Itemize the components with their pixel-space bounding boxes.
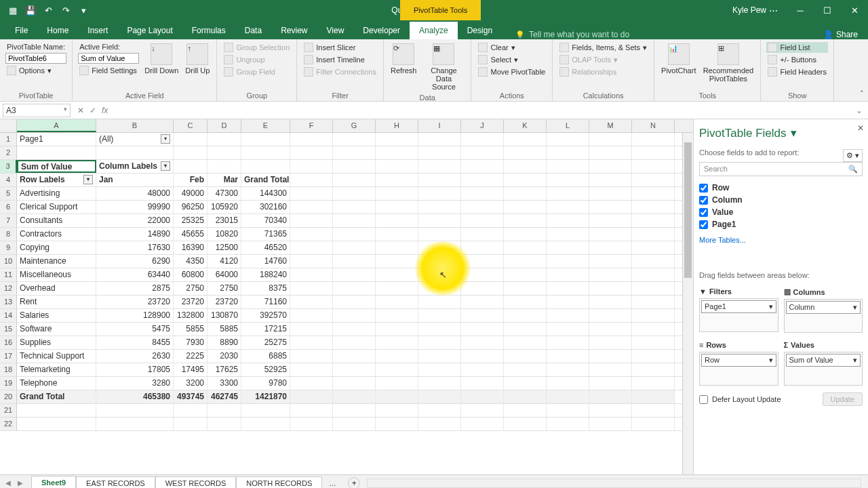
sheet-tab-east[interactable]: EAST RECORDS [76, 476, 155, 489]
cell[interactable] [632, 133, 675, 146]
cell[interactable] [632, 363, 675, 376]
redo-icon[interactable]: ↷ [60, 4, 72, 16]
cell[interactable] [290, 350, 333, 363]
cell[interactable] [632, 228, 675, 241]
filter-dropdown-icon[interactable]: ▾ [161, 161, 170, 171]
cell[interactable]: Feb [174, 174, 208, 186]
cell[interactable] [547, 187, 589, 200]
cell[interactable] [461, 255, 504, 268]
cell[interactable] [504, 174, 547, 186]
row-header[interactable]: 20 [0, 390, 17, 403]
cell[interactable] [376, 377, 418, 390]
field-column[interactable]: Column [699, 194, 863, 206]
fields-items-sets-button[interactable]: Fields, Items, & Sets ▾ [558, 42, 648, 53]
cell[interactable] [17, 146, 96, 159]
cell[interactable] [376, 214, 418, 227]
cell[interactable] [589, 418, 632, 430]
cell[interactable]: 23015 [208, 214, 241, 227]
cell[interactable] [504, 404, 547, 417]
cell[interactable] [589, 133, 632, 146]
cell[interactable] [504, 187, 547, 200]
cell[interactable]: Telemarketing [17, 363, 96, 376]
close-pane-icon[interactable]: ✕ [857, 123, 864, 133]
cell[interactable] [547, 309, 589, 322]
row-header[interactable]: 15 [0, 323, 17, 336]
cell[interactable] [96, 418, 174, 430]
cell[interactable] [376, 174, 418, 186]
cell[interactable] [632, 296, 675, 308]
cell[interactable] [547, 160, 589, 173]
cell[interactable]: Grand Total [17, 390, 96, 403]
cell[interactable] [208, 146, 241, 159]
cell[interactable]: 48000 [96, 187, 174, 200]
cell[interactable]: (All)▾ [96, 133, 174, 146]
cell[interactable] [333, 174, 376, 186]
cell[interactable] [589, 323, 632, 336]
cell[interactable]: 22000 [96, 214, 174, 227]
cell[interactable] [208, 404, 241, 417]
minimize-icon[interactable]: ─ [787, 0, 814, 20]
field-settings-button[interactable]: Field Settings [78, 65, 139, 76]
cell[interactable] [17, 404, 96, 417]
cell[interactable] [418, 363, 461, 376]
cell[interactable]: Supplies [17, 336, 96, 349]
row-header[interactable]: 3 [0, 160, 17, 173]
change-data-source-button[interactable]: ▦Change Data Source [422, 42, 465, 92]
cell[interactable]: 16390 [174, 241, 208, 254]
cell[interactable] [241, 160, 290, 173]
cell[interactable] [333, 201, 376, 214]
cell[interactable]: 12500 [208, 241, 241, 254]
pane-settings-icon[interactable]: ⚙ ▾ [843, 149, 863, 162]
cell[interactable] [418, 309, 461, 322]
cell[interactable] [589, 201, 632, 214]
cell[interactable] [376, 404, 418, 417]
col-header-i[interactable]: I [418, 119, 461, 132]
cell[interactable] [376, 418, 418, 430]
cell[interactable] [418, 241, 461, 254]
cell[interactable] [461, 309, 504, 322]
cell[interactable]: 2875 [96, 282, 174, 295]
cell[interactable]: 49000 [174, 187, 208, 200]
cell[interactable] [461, 201, 504, 214]
area-rows-dropzone[interactable]: Row▾ [699, 352, 778, 386]
row-header[interactable]: 9 [0, 241, 17, 254]
cell[interactable] [461, 418, 504, 430]
row-header[interactable]: 17 [0, 350, 17, 363]
cell[interactable] [333, 309, 376, 322]
cell[interactable]: Rent [17, 296, 96, 308]
chip-column[interactable]: Column▾ [786, 301, 861, 314]
cell[interactable] [376, 296, 418, 308]
cell[interactable]: 23720 [174, 296, 208, 308]
row-header[interactable]: 7 [0, 214, 17, 227]
cell[interactable] [290, 133, 333, 146]
cell[interactable]: Copying [17, 241, 96, 254]
cell[interactable]: Salaries [17, 309, 96, 322]
cell[interactable] [376, 255, 418, 268]
cell[interactable] [418, 323, 461, 336]
cell[interactable]: 4350 [174, 255, 208, 268]
cell[interactable] [589, 214, 632, 227]
cell[interactable] [504, 133, 547, 146]
cell[interactable]: Consultants [17, 214, 96, 227]
cell[interactable] [290, 228, 333, 241]
cell[interactable] [290, 418, 333, 430]
cell[interactable] [547, 336, 589, 349]
plus-minus-buttons[interactable]: +/- Buttons [766, 54, 827, 65]
tab-review[interactable]: Review [271, 22, 317, 39]
cell[interactable] [547, 268, 589, 281]
cell[interactable]: Miscellaneous [17, 268, 96, 281]
cell[interactable]: 2630 [96, 350, 174, 363]
cell[interactable] [376, 350, 418, 363]
cell[interactable] [376, 241, 418, 254]
cell[interactable] [333, 268, 376, 281]
cell[interactable] [461, 350, 504, 363]
cell[interactable]: 3280 [96, 377, 174, 390]
filter-dropdown-icon[interactable]: ▾ [161, 134, 170, 144]
cell[interactable] [418, 404, 461, 417]
cell[interactable] [632, 336, 675, 349]
cell[interactable] [418, 214, 461, 227]
cell[interactable] [504, 377, 547, 390]
cell[interactable] [418, 336, 461, 349]
cell[interactable] [632, 255, 675, 268]
cell[interactable] [504, 146, 547, 159]
